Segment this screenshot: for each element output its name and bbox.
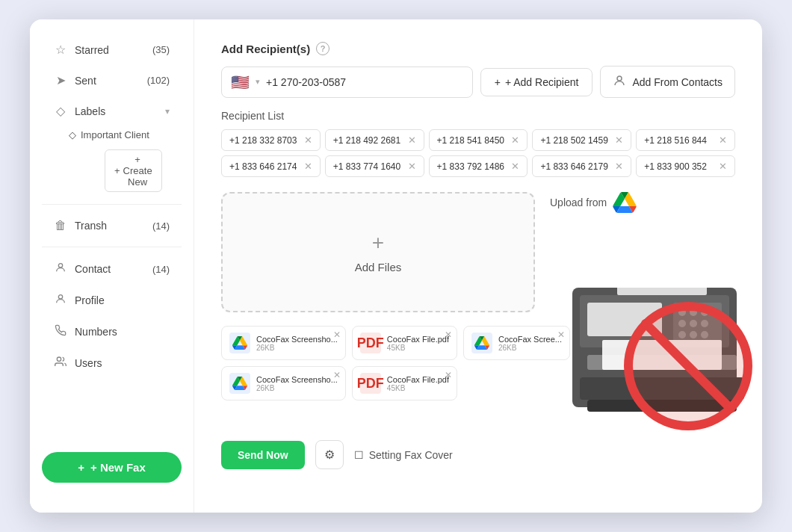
recipient-number: +1 218 541 8450 [437,135,504,146]
phone-input-wrap: 🇺🇸 ▾ [221,66,473,98]
remove-file-icon[interactable]: ✕ [333,330,341,340]
remove-recipient-icon[interactable]: ✕ [719,161,727,172]
remove-recipient-icon[interactable]: ✕ [719,134,727,146]
sidebar-label-contact: Contact [75,263,145,275]
remove-recipient-icon[interactable]: ✕ [511,134,519,146]
add-recipients-title: Add Recipient(s) ? [221,42,735,55]
sidebar-label-sent: Sent [75,75,140,87]
sidebar-item-trash[interactable]: 🗑 Transh (14) [36,211,188,240]
sidebar: ☆ Starred (35) ➤ Sent (102) ◇ Labels ▾ ◇… [30,19,194,513]
remove-recipient-icon[interactable]: ✕ [408,134,416,146]
recipient-number: +1 218 502 1459 [540,135,607,146]
sent-badge: (102) [147,75,170,86]
add-from-contacts-button[interactable]: Add From Contacts [600,66,735,98]
recipient-tag: +1 218 516 844✕ [636,129,735,151]
recipient-tag: +1 218 492 2681✕ [325,129,424,151]
sidebar-label-users: Users [75,357,170,369]
country-flag: 🇺🇸 [231,73,250,91]
sidebar-label-trash: Transh [75,220,145,232]
recipient-number: +1 833 900 352 [644,161,707,172]
file-icon [471,332,492,353]
add-recipient-button[interactable]: + + Add Recipient [480,68,593,96]
recipient-tag: +1 218 541 8450✕ [429,129,528,151]
new-fax-button[interactable]: + + New Fax [42,452,182,483]
svg-point-0 [58,264,62,267]
sidebar-label-starred: Starred [75,44,145,56]
svg-point-3 [617,76,622,81]
svg-rect-21 [617,273,707,295]
starred-badge: (35) [152,44,170,55]
fax-cover-label: Setting Fax Cover [369,449,453,461]
sidebar-item-labels[interactable]: ◇ Labels ▾ [36,96,188,126]
file-icon: PDF [360,332,381,353]
sidebar-item-important-client[interactable]: ◇ Important Client [30,126,194,143]
upload-area[interactable]: + Add Files [221,192,535,312]
file-item: CocoFax Screensho... 26KB ✕ [221,366,346,400]
sent-icon: ➤ [54,73,67,87]
remove-recipient-icon[interactable]: ✕ [304,134,312,146]
bottom-bar: Send Now ⚙ ☐ Setting Fax Cover [221,440,735,469]
sidebar-divider [42,204,182,205]
remove-recipient-icon[interactable]: ✕ [615,161,623,172]
recipient-tag: +1 218 332 8703✕ [221,129,321,151]
sidebar-item-sent[interactable]: ➤ Sent (102) [36,66,188,95]
contacts-icon [613,74,626,90]
file-name: CocoFax Screensho... [256,335,338,344]
gear-icon: ⚙ [324,448,335,461]
remove-recipient-icon[interactable]: ✕ [615,134,623,146]
file-name: CocoFax Screensho... [256,375,338,384]
file-info: CocoFax Screensho... 26KB [256,375,338,392]
chevron-down-icon: ▾ [165,106,170,117]
contact-badge: (14) [152,264,170,275]
recipient-tags-grid: +1 218 332 8703✕+1 218 492 2681✕+1 218 5… [221,129,735,177]
fax-cover-button[interactable]: ☐ Setting Fax Cover [354,449,453,461]
remove-file-icon[interactable]: ✕ [333,370,341,380]
remove-file-icon[interactable]: ✕ [445,370,452,380]
sidebar-item-profile[interactable]: Profile [36,285,188,315]
sidebar-item-starred[interactable]: ☆ Starred (35) [36,35,188,64]
plus-icon: + [114,165,120,176]
phone-input[interactable] [266,76,463,88]
recipient-tag: +1 833 792 1486✕ [429,155,528,177]
main-content: Add Recipient(s) ? 🇺🇸 ▾ + + Add Recipien… [194,19,762,513]
sidebar-divider-2 [42,247,182,247]
sidebar-item-numbers[interactable]: Numbers [36,317,188,347]
file-info: CocoFax File.pdf 45KB [387,335,449,352]
file-size: 45KB [387,384,449,392]
remove-recipient-icon[interactable]: ✕ [511,161,519,172]
labels-icon: ◇ [54,104,67,118]
file-size: 26KB [256,384,338,392]
sidebar-item-users[interactable]: Users [36,348,188,378]
upload-label: Add Files [238,261,519,273]
file-item: PDF CocoFax File.pdf 45KB ✕ [352,366,457,400]
help-icon[interactable]: ? [316,42,330,55]
settings-icon-button[interactable]: ⚙ [315,440,344,469]
recipient-number: +1 218 332 8703 [229,135,297,146]
recipient-tag: +1 833 900 352✕ [636,155,735,177]
send-now-button[interactable]: Send Now [221,441,305,469]
fax-svg [550,228,762,437]
numbers-icon [54,324,67,339]
phone-dropdown[interactable]: ▾ [256,77,260,87]
remove-file-icon[interactable]: ✕ [445,330,452,340]
remove-recipient-icon[interactable]: ✕ [408,161,416,172]
recipient-tag: +1 833 774 1640✕ [325,155,424,177]
trash-badge: (14) [152,220,170,232]
sidebar-item-contact[interactable]: Contact (14) [36,254,188,284]
important-client-label: Important Client [81,129,149,140]
recipient-tag: +1 833 646 2174✕ [221,155,321,177]
recipient-number: +1 833 646 2179 [540,161,607,172]
svg-point-1 [58,295,62,299]
recipient-list-label: Recipient List [221,110,735,122]
svg-point-2 [57,357,61,361]
recipient-number: +1 218 492 2681 [333,135,400,146]
file-item: PDF CocoFax File.pdf 45KB ✕ [352,326,457,360]
remove-recipient-icon[interactable]: ✕ [304,161,312,172]
create-new-label: + Create New [123,154,152,188]
recipient-number: +1 833 774 1640 [333,161,400,172]
label-tag-icon: ◇ [69,129,76,140]
create-new-button[interactable]: + + Create New [105,149,162,192]
create-new-wrap: + + Create New [66,146,176,195]
sidebar-label-profile: Profile [75,294,170,306]
file-info: CocoFax Screensho... 26KB [256,335,338,352]
